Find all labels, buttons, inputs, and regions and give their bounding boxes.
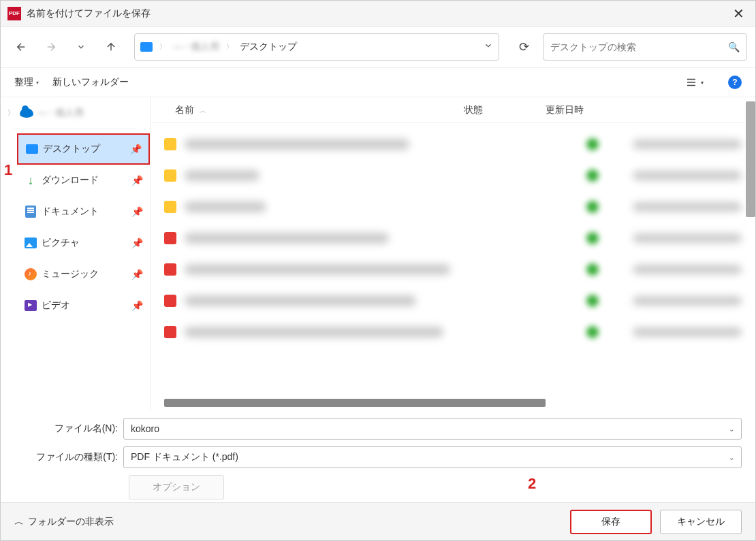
sidebar-item-desktop[interactable]: デスクトップ 📌 <box>17 133 150 165</box>
sidebar-item-label: ミュージック <box>42 268 131 280</box>
column-state[interactable]: 状態 <box>464 104 546 116</box>
pdf-icon <box>164 232 176 244</box>
annotation-1: 1 <box>4 161 12 179</box>
pdf-icon <box>164 326 176 338</box>
close-icon[interactable]: ✕ <box>729 5 749 22</box>
hide-folders-label: フォルダーの非表示 <box>28 516 114 528</box>
sidebar-item-label: ピクチャ <box>42 237 131 249</box>
sidebar-item-music[interactable]: ミュージック 📌 <box>17 259 150 290</box>
chevron-right-icon: 〉 <box>226 42 233 52</box>
location-icon <box>140 42 153 52</box>
picture-icon <box>24 237 37 249</box>
document-icon <box>24 206 37 218</box>
breadcrumb-user[interactable]: — - 個人用 <box>170 39 222 54</box>
window-title: 名前を付けてファイルを保存 <box>27 7 151 20</box>
search-icon[interactable]: 🔍 <box>728 42 740 52</box>
cloud-icon <box>20 107 33 119</box>
filename-field[interactable]: kokoro⌄ <box>123 418 742 440</box>
pin-icon[interactable]: 📌 <box>130 144 142 154</box>
chevron-right-icon[interactable]: 〉 <box>7 108 17 118</box>
folder-icon <box>164 138 176 150</box>
column-headers: 名前︿ 状態 更新日時 <box>151 97 755 123</box>
main-area: 〉 — - 個人用 デスクトップ 📌 ↓ ダウンロード 📌 ドキュメント 📌 <box>1 97 755 411</box>
sidebar-item-downloads[interactable]: ↓ ダウンロード 📌 <box>17 165 150 196</box>
column-date[interactable]: 更新日時 <box>546 104 742 116</box>
sidebar-item-label: ダウンロード <box>42 174 131 186</box>
recent-dropdown[interactable] <box>69 35 93 59</box>
chevron-right-icon: 〉 <box>159 42 166 52</box>
folder-icon <box>164 201 176 213</box>
forward-button[interactable] <box>39 35 63 59</box>
filetype-field[interactable]: PDF ドキュメント (*.pdf)⌄ <box>123 446 742 468</box>
breadcrumb[interactable]: 〉 — - 個人用 〉 デスクトップ <box>134 33 499 61</box>
help-button[interactable]: ? <box>728 76 742 89</box>
options-button[interactable]: オプション <box>129 475 224 499</box>
video-icon <box>24 299 37 312</box>
pdf-icon <box>164 263 176 276</box>
pdf-icon <box>164 295 176 307</box>
hide-folders-toggle[interactable]: ︿ フォルダーの非表示 <box>14 516 114 528</box>
desktop-icon <box>25 143 39 155</box>
sidebar-item-pictures[interactable]: ピクチャ 📌 <box>17 227 150 259</box>
list-item[interactable] <box>164 191 742 223</box>
tree-label: — - 個人用 <box>37 107 143 119</box>
filetype-label: ファイルの種類(T): <box>14 451 123 463</box>
list-item[interactable] <box>164 160 742 191</box>
list-item[interactable] <box>164 316 742 348</box>
scrollbar-horizontal[interactable] <box>164 399 546 407</box>
up-button[interactable] <box>99 35 123 59</box>
breadcrumb-location[interactable]: デスクトップ <box>237 39 300 54</box>
organize-menu[interactable]: 整理▾ <box>14 76 39 88</box>
list-item[interactable] <box>164 223 742 254</box>
app-icon: PDF <box>7 7 21 20</box>
chevron-down-icon[interactable]: ⌄ <box>729 425 734 433</box>
tree-onedrive[interactable]: 〉 — - 個人用 <box>1 101 150 125</box>
sidebar-item-label: ビデオ <box>42 299 131 312</box>
divider <box>14 129 136 129</box>
list-item[interactable] <box>164 129 742 160</box>
pin-icon[interactable]: 📌 <box>131 237 143 248</box>
sidebar-item-video[interactable]: ビデオ 📌 <box>17 290 150 321</box>
download-icon: ↓ <box>24 174 37 186</box>
back-button[interactable] <box>9 35 33 59</box>
folder-icon <box>164 169 176 182</box>
chevron-down-icon[interactable]: ⌄ <box>729 454 734 461</box>
sidebar-item-label: デスクトップ <box>43 143 130 155</box>
view-mode-button[interactable]: ▾ <box>684 76 704 88</box>
pin-icon[interactable]: 📌 <box>131 206 143 217</box>
sidebar: 〉 — - 個人用 デスクトップ 📌 ↓ ダウンロード 📌 ドキュメント 📌 <box>1 97 151 411</box>
scrollbar-vertical[interactable] <box>746 101 755 217</box>
footer: ︿ フォルダーの非表示 保存 キャンセル <box>1 502 755 540</box>
list-item[interactable] <box>164 254 742 285</box>
refresh-button[interactable]: ⟳ <box>510 33 537 61</box>
save-form: ファイル名(N): kokoro⌄ ファイルの種類(T): PDF ドキュメント… <box>1 411 755 502</box>
chevron-down-icon[interactable] <box>484 41 493 53</box>
annotation-2: 2 <box>528 475 536 493</box>
pin-icon[interactable]: 📌 <box>131 300 143 311</box>
cancel-button[interactable]: キャンセル <box>660 510 742 534</box>
pin-icon[interactable]: 📌 <box>131 175 143 186</box>
sort-indicator-icon: ︿ <box>200 107 206 114</box>
filename-label: ファイル名(N): <box>14 423 123 435</box>
file-list: 名前︿ 状態 更新日時 <box>151 97 755 411</box>
new-folder-button[interactable]: 新しいフォルダー <box>52 76 129 88</box>
chevron-up-icon: ︿ <box>14 516 24 528</box>
navbar: 〉 — - 個人用 〉 デスクトップ ⟳ 🔍 <box>1 27 755 67</box>
list-item[interactable] <box>164 285 742 316</box>
search-box[interactable]: 🔍 <box>543 33 747 61</box>
music-icon <box>24 268 37 280</box>
search-input[interactable] <box>550 42 728 52</box>
sidebar-item-documents[interactable]: ドキュメント 📌 <box>17 196 150 227</box>
sidebar-item-label: ドキュメント <box>42 206 131 218</box>
save-button[interactable]: 保存 <box>570 510 652 534</box>
toolbar: 整理▾ 新しいフォルダー ▾ ? <box>1 67 755 97</box>
pin-icon[interactable]: 📌 <box>131 269 143 280</box>
titlebar: PDF 名前を付けてファイルを保存 ✕ <box>1 1 755 27</box>
column-name[interactable]: 名前︿ <box>164 104 464 116</box>
